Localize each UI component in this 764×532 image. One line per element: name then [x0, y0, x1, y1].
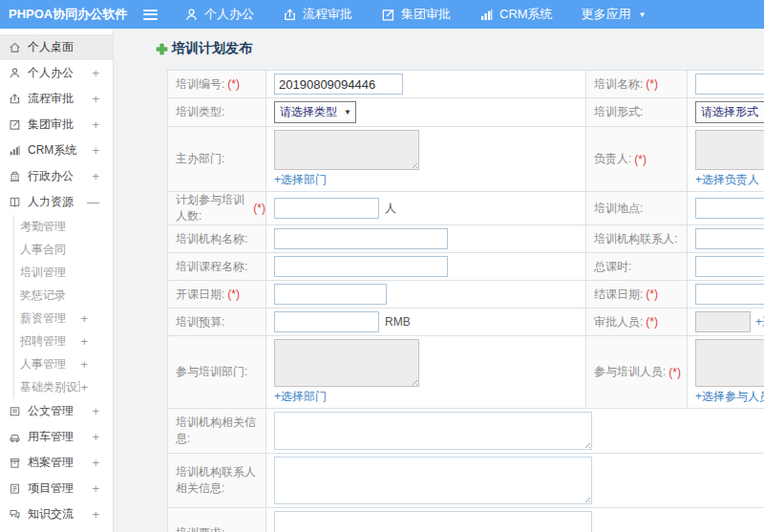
sidebar-item-document-mgmt[interactable]: 公文管理+	[0, 398, 113, 424]
collapse-minus-icon: —	[87, 195, 99, 209]
sidebar-item-salary-mgmt[interactable]: 薪资管理+	[14, 307, 113, 330]
sidebar-item-reward-punish-record[interactable]: 奖惩记录	[14, 284, 113, 307]
expand-plus-icon: +	[80, 334, 88, 349]
form-row: 培训机构联系人相关信息:	[168, 454, 764, 508]
training-form-select[interactable]: 请选择形式▼	[695, 101, 764, 123]
planned-participants-label: 计划参与培训人数:(*)	[168, 192, 266, 225]
planned-participants-input[interactable]	[274, 198, 379, 219]
nav-item-group-approval[interactable]: 集团审批	[381, 6, 451, 23]
participants-field: +选择参与人员	[688, 336, 764, 409]
sidebar-item-crm-system[interactable]: CRM系统+	[0, 138, 113, 163]
course-name-label: 培训课程名称:	[168, 253, 266, 281]
sidebar-item-hr-contract[interactable]: 人事合同	[14, 238, 113, 261]
expand-plus-icon: +	[92, 507, 99, 521]
resize-handle[interactable]	[583, 495, 590, 502]
form-row: 培训机构名称:培训机构联系人:	[168, 225, 764, 253]
form-row: 主办部门:+选择部门负责人:(*)+选择负责人	[168, 127, 764, 192]
org-info-textarea[interactable]	[274, 412, 592, 450]
sidebar-item-training-mgmt[interactable]: 培训管理	[14, 261, 113, 284]
approver-link[interactable]: +选择审批人员	[755, 314, 764, 330]
sidebar-item-personal-office[interactable]: 个人办公+	[0, 60, 113, 86]
end-date-input[interactable]	[695, 284, 764, 305]
expand-plus-icon: +	[80, 311, 88, 326]
leader-link[interactable]: +选择负责人	[695, 172, 759, 188]
training-type-select[interactable]: 请选择类型▼	[274, 101, 356, 123]
sidebar-item-attendance-mgmt[interactable]: 考勤管理	[14, 215, 113, 238]
field-label-text: 参与培训人员:	[594, 364, 666, 380]
field-label-text: 培训地点:	[594, 201, 643, 217]
sidebar-item-archive-mgmt[interactable]: 档案管理+	[0, 450, 113, 476]
field-label-text: 培训名称:	[594, 76, 643, 93]
nav-item-more-apps[interactable]: 更多应用▼	[582, 6, 647, 23]
training-name-input[interactable]	[695, 74, 764, 95]
host-dept-link[interactable]: +选择部门	[274, 172, 327, 188]
end-date-field	[688, 281, 764, 309]
field-label-text: 培训机构联系人相关信息:	[176, 464, 265, 497]
participating-depts-textarea[interactable]	[274, 339, 419, 387]
field-label-text: 培训课程名称:	[176, 259, 247, 275]
form-row: 培训课程名称:总课时:	[168, 253, 764, 281]
sidebar-item-vehicle-mgmt[interactable]: 用车管理+	[0, 424, 113, 450]
field-label-text: 培训编号:	[176, 76, 224, 93]
participating-depts-label: 参与培训部门:	[168, 336, 266, 409]
org-contact-input[interactable]	[695, 228, 764, 249]
sidebar-item-personnel-mgmt[interactable]: 人事管理+	[14, 352, 113, 375]
sidebar-item-personal-desktop[interactable]: 个人桌面	[0, 34, 113, 60]
field-label-text: 培训形式:	[594, 104, 643, 120]
resize-handle[interactable]	[583, 440, 590, 448]
sidebar-item-label: 招聘管理	[20, 333, 80, 350]
org-name-input[interactable]	[274, 228, 448, 249]
sidebar-item-workflow-approval[interactable]: 流程审批+	[0, 86, 113, 112]
nav-item-personal-office[interactable]: 个人办公	[184, 6, 254, 23]
start-date-field	[266, 281, 586, 309]
training-no-input[interactable]	[274, 74, 403, 95]
required-marker: (*)	[634, 153, 647, 166]
sidebar-item-admin-office[interactable]: 行政办公+	[0, 163, 113, 189]
approver-input[interactable]	[695, 311, 751, 332]
sidebar-item-label: 人事合同	[20, 242, 88, 258]
start-date-input[interactable]	[274, 284, 387, 305]
training-requirements-label: 培训要求:	[168, 508, 266, 532]
doc-icon	[9, 405, 21, 417]
field-label-text: 结课日期:	[594, 287, 643, 303]
participants-link[interactable]: +选择参与人员	[695, 389, 764, 405]
org-contact-info-textarea[interactable]	[274, 457, 592, 504]
org-contact-label: 培训机构联系人:	[586, 225, 688, 253]
selected-option: 请选择类型	[280, 104, 337, 120]
nav-item-workflow-approval[interactable]: 流程审批	[283, 6, 352, 23]
total-hours-input[interactable]	[695, 256, 764, 277]
caret-down-icon: ▼	[344, 108, 351, 117]
training-place-input[interactable]	[695, 198, 764, 219]
nav-label: CRM系统	[499, 6, 553, 23]
sidebar-item-basic-category-settings[interactable]: 基础类别设置+	[14, 375, 113, 398]
sidebar-item-human-resources[interactable]: 人力资源—	[0, 189, 113, 215]
sidebar-item-knowledge-exchange[interactable]: 知识交流+	[0, 501, 113, 527]
participating-depts-link[interactable]: +选择部门	[274, 389, 327, 405]
field-label-text: 负责人:	[594, 151, 631, 167]
course-name-input[interactable]	[274, 256, 448, 277]
training-name-label: 培训名称:(*)	[586, 71, 688, 98]
field-label-text: 培训机构名称:	[176, 231, 247, 247]
form-row: 培训机构相关信息:	[168, 409, 764, 454]
participants-textarea[interactable]	[695, 339, 764, 387]
budget-input[interactable]	[274, 311, 379, 332]
car-icon	[9, 431, 21, 443]
training-requirements-textarea[interactable]	[274, 511, 592, 532]
sidebar-item-group-approval[interactable]: 集团审批+	[0, 112, 113, 138]
sidebar-item-label: 用车管理	[28, 429, 92, 445]
edit-icon	[9, 118, 21, 131]
hamburger-menu-icon[interactable]	[143, 10, 158, 20]
chart-icon	[9, 144, 21, 157]
training-form-field: 请选择形式▼	[688, 98, 764, 127]
participants-label: 参与培训人员:(*)	[586, 336, 688, 409]
host-dept-textarea[interactable]	[274, 130, 419, 170]
nav-item-crm-system[interactable]: CRM系统	[479, 6, 553, 23]
leader-textarea[interactable]	[695, 130, 764, 170]
org-info-label: 培训机构相关信息:	[168, 409, 266, 454]
expand-plus-icon: +	[92, 66, 99, 80]
sidebar-item-project-mgmt[interactable]: 项目管理+	[0, 476, 113, 501]
field-label-text: 计划参与培训人数:	[176, 192, 250, 224]
sidebar-item-recruit-mgmt[interactable]: 招聘管理+	[14, 330, 113, 352]
resize-handle[interactable]	[410, 160, 417, 168]
resize-handle[interactable]	[410, 377, 417, 385]
